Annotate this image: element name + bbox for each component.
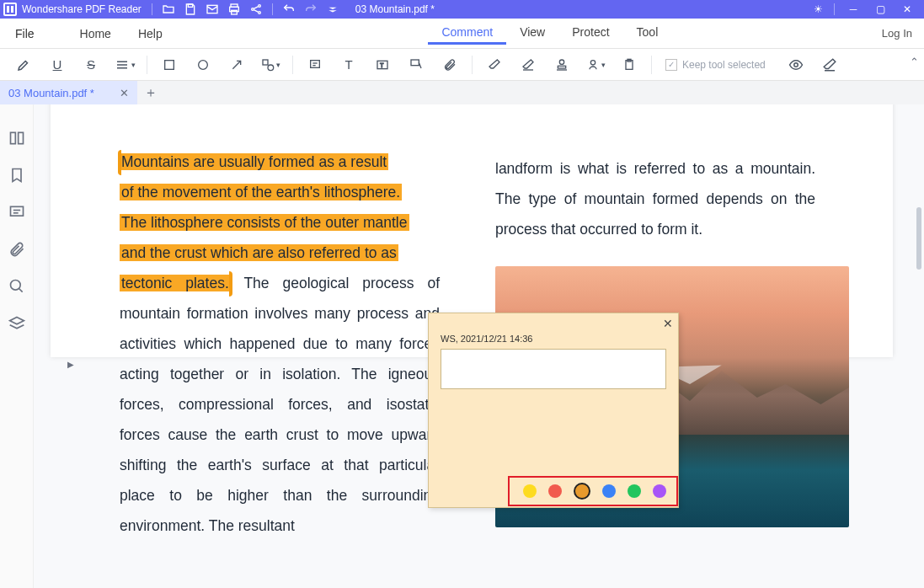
menu-protect[interactable]: Protect: [558, 25, 622, 41]
svg-point-33: [794, 62, 798, 67]
swatch-orange[interactable]: [574, 483, 590, 500]
login-link[interactable]: Log In: [882, 27, 912, 40]
stamp-tool-icon[interactable]: [548, 53, 575, 77]
clipboard-tool-icon[interactable]: [616, 53, 643, 77]
share-icon[interactable]: [248, 2, 264, 17]
svg-rect-14: [165, 60, 174, 69]
menu-help[interactable]: Help: [125, 27, 176, 40]
menu-home[interactable]: Home: [67, 27, 125, 40]
signature-tool-icon[interactable]: ▾: [582, 53, 609, 77]
sun-icon[interactable]: ☀: [810, 2, 825, 17]
svg-rect-0: [5, 4, 15, 14]
close-window-button[interactable]: ✕: [899, 1, 916, 18]
annotation-popup: ✕ WS, 2021/12/21 14:36: [428, 313, 679, 508]
popup-comment-input[interactable]: [441, 349, 666, 389]
svg-point-27: [559, 60, 563, 64]
svg-rect-1: [7, 6, 9, 13]
swatch-red[interactable]: [548, 484, 562, 498]
app-title: Wondershare PDF Reader: [22, 3, 142, 15]
attachment-tool-icon[interactable]: [436, 53, 463, 77]
vertical-scrollbar[interactable]: [916, 207, 921, 270]
new-tab-button[interactable]: ＋: [144, 84, 158, 102]
popup-meta: WS, 2021/12/21 14:36: [441, 334, 532, 344]
swatch-blue[interactable]: [602, 484, 616, 498]
textbox-tool-icon[interactable]: T: [369, 53, 396, 77]
left-column-text: Mountains are usually formed as a result…: [120, 147, 440, 541]
text-tool-icon[interactable]: T: [335, 53, 362, 77]
eraser2-tool-icon[interactable]: [515, 53, 542, 77]
svg-rect-19: [311, 60, 320, 67]
mail-icon[interactable]: [205, 2, 220, 17]
titlebar: Wondershare PDF Reader 03 Mountain.pdf *…: [0, 0, 924, 19]
svg-point-8: [252, 8, 254, 11]
svg-point-15: [199, 60, 208, 69]
highlighted-text[interactable]: Mountains are usually formed as a result: [120, 153, 388, 170]
visibility-tool-icon[interactable]: [782, 53, 809, 77]
svg-rect-17: [263, 60, 268, 65]
swatch-yellow[interactable]: [523, 484, 537, 498]
svg-rect-37: [10, 206, 23, 216]
search-icon[interactable]: [8, 278, 25, 295]
minimize-button[interactable]: ─: [845, 1, 862, 18]
tab-label: 03 Mountain.pdf *: [8, 87, 94, 99]
open-file-icon[interactable]: [161, 2, 176, 17]
right-column-text: landform is what is referred to as a mou…: [495, 153, 815, 244]
arrow-tool-icon[interactable]: [223, 53, 250, 77]
app-logo: [3, 3, 17, 16]
thumbnails-icon[interactable]: [8, 130, 25, 147]
callout-tool-icon[interactable]: [403, 53, 430, 77]
svg-line-16: [232, 61, 240, 68]
print-icon[interactable]: [227, 2, 242, 17]
svg-point-30: [590, 60, 595, 64]
bookmarks-icon[interactable]: [8, 167, 25, 184]
keep-tool-checkbox[interactable]: ✓Keep tool selected: [665, 59, 766, 71]
collapse-toolbar-icon[interactable]: ⌃: [910, 56, 919, 68]
attachments-icon[interactable]: [8, 241, 25, 258]
side-panel: [0, 104, 34, 588]
maximize-button[interactable]: ▢: [872, 1, 889, 18]
popup-close-icon[interactable]: ✕: [663, 317, 673, 330]
undo-icon[interactable]: [281, 2, 296, 17]
svg-point-18: [268, 65, 274, 71]
list-tool-icon[interactable]: ▾: [111, 53, 138, 77]
comments-icon[interactable]: [8, 204, 25, 221]
rectangle-tool-icon[interactable]: [156, 53, 183, 77]
more-icon[interactable]: [325, 2, 340, 17]
svg-point-9: [259, 5, 261, 8]
svg-marker-42: [9, 318, 24, 324]
layers-icon[interactable]: [8, 315, 25, 332]
svg-point-10: [259, 12, 261, 14]
oval-tool-icon[interactable]: [190, 53, 216, 77]
close-tab-icon[interactable]: ✕: [120, 87, 129, 99]
svg-point-40: [10, 281, 20, 291]
swatch-purple[interactable]: [653, 484, 666, 498]
save-icon[interactable]: [183, 2, 198, 17]
svg-rect-2: [11, 6, 13, 13]
tab-strip: 03 Mountain.pdf * ✕ ＋: [0, 81, 924, 104]
underline-tool-icon[interactable]: U: [44, 53, 71, 77]
note-tool-icon[interactable]: [302, 53, 328, 77]
menubar: File Home Help Comment View Protect Tool…: [0, 19, 924, 49]
swatch-green[interactable]: [628, 484, 641, 498]
svg-rect-36: [18, 132, 23, 143]
document-tab[interactable]: 03 Mountain.pdf * ✕: [0, 81, 137, 104]
file-menu[interactable]: File: [0, 19, 50, 48]
color-swatch-bar: [508, 476, 678, 506]
file-name: 03 Mountain.pdf *: [355, 3, 435, 15]
eraser-tool-icon[interactable]: [481, 53, 508, 77]
menu-tool[interactable]: Tool: [623, 25, 672, 41]
svg-rect-24: [411, 60, 419, 66]
strikethrough-tool-icon[interactable]: S: [77, 53, 104, 77]
svg-rect-28: [558, 66, 565, 68]
svg-rect-35: [10, 132, 15, 143]
highlight-tool-icon[interactable]: [10, 53, 37, 77]
svg-rect-3: [188, 4, 192, 7]
comment-toolbar: U S ▾ ▾ T T ▾ ✓Keep tool selected ⌃: [0, 49, 924, 81]
svg-line-41: [19, 289, 22, 292]
shapes-tool-icon[interactable]: ▾: [257, 53, 284, 77]
redo-icon[interactable]: [303, 2, 318, 17]
svg-text:T: T: [380, 61, 383, 67]
erase-all-icon[interactable]: [816, 53, 843, 77]
menu-comment[interactable]: Comment: [428, 25, 506, 45]
menu-view[interactable]: View: [506, 25, 558, 41]
